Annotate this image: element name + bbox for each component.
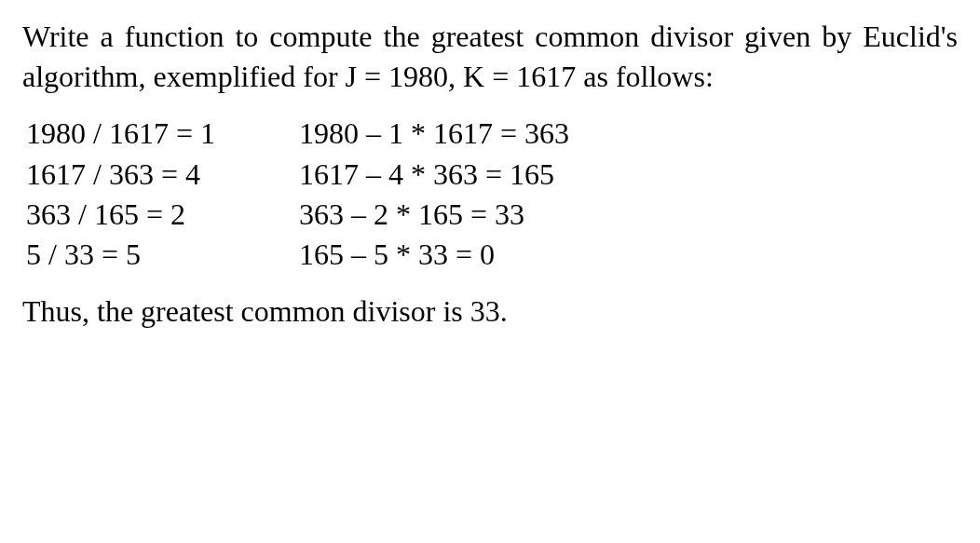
calc-line: 1980 / 1617 = 1 bbox=[26, 114, 215, 154]
calc-line: 1617 – 4 * 363 = 165 bbox=[299, 155, 569, 195]
calc-line: 1980 – 1 * 1617 = 363 bbox=[299, 114, 569, 154]
calc-line: 1617 / 363 = 4 bbox=[26, 155, 215, 195]
calc-line: 165 – 5 * 33 = 0 bbox=[299, 235, 569, 275]
calc-line: 363 – 2 * 165 = 33 bbox=[299, 195, 569, 235]
right-column: 1980 – 1 * 1617 = 363 1617 – 4 * 363 = 1… bbox=[299, 114, 569, 275]
calc-line: 5 / 33 = 5 bbox=[26, 235, 215, 275]
intro-paragraph: Write a function to compute the greatest… bbox=[22, 17, 958, 97]
left-column: 1980 / 1617 = 1 1617 / 363 = 4 363 / 165… bbox=[26, 114, 215, 275]
calc-line: 363 / 165 = 2 bbox=[26, 195, 215, 235]
calculations-block: 1980 / 1617 = 1 1617 / 363 = 4 363 / 165… bbox=[22, 114, 958, 275]
conclusion-paragraph: Thus, the greatest common divisor is 33. bbox=[22, 292, 958, 332]
